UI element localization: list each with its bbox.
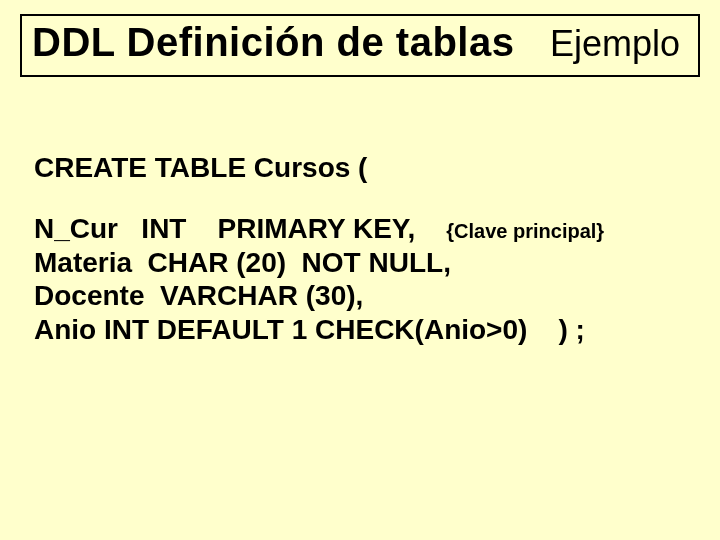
column-n-cur-line: N_Cur INT PRIMARY KEY, {Clave principal} [34, 212, 686, 246]
slide-title: DDL Definición de tablas [32, 20, 514, 65]
title-box: DDL Definición de tablas Ejemplo [20, 14, 700, 77]
column-docente-line: Docente VARCHAR (30), [34, 279, 686, 313]
create-table-line: CREATE TABLE Cursos ( [34, 152, 686, 184]
column-n-cur-comment: {Clave principal} [446, 220, 604, 242]
code-block: CREATE TABLE Cursos ( N_Cur INT PRIMARY … [34, 152, 686, 346]
slide-subtitle: Ejemplo [550, 23, 688, 65]
column-materia-line: Materia CHAR (20) NOT NULL, [34, 246, 686, 280]
column-anio-line: Anio INT DEFAULT 1 CHECK(Anio>0) ) ; [34, 313, 686, 347]
column-n-cur-def: N_Cur INT PRIMARY KEY, [34, 213, 446, 244]
